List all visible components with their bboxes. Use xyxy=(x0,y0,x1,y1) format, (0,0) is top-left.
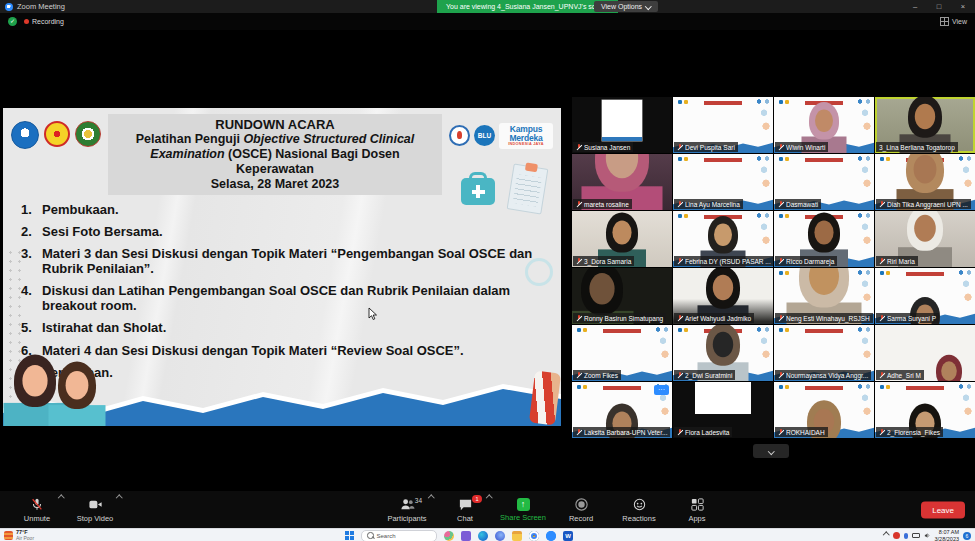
first-aid-kit-icon xyxy=(461,178,495,205)
participant-tile[interactable]: ··· Laksita Barbara-UPN Veter... xyxy=(572,382,672,438)
minimize-button[interactable]: – xyxy=(903,0,927,13)
flower-app-icon[interactable] xyxy=(444,531,454,541)
participant-tile[interactable]: Zoom Fikes xyxy=(572,325,672,381)
participant-tile[interactable]: Arief Wahyudi Jadmiko xyxy=(673,268,773,324)
system-tray: 8:07 AM 3/28/2023 6 xyxy=(884,529,971,541)
taskbar-search[interactable]: Search xyxy=(361,530,437,541)
participant-tile[interactable]: 2_Dwi Suratmini xyxy=(673,325,773,381)
apps-icon xyxy=(690,497,705,512)
participant-name: 3_Dora Samaria xyxy=(584,258,631,265)
participant-gallery: Susiana Jansen Devi Puspita Sari Wiwin W… xyxy=(572,97,975,438)
tray-display-icon[interactable] xyxy=(912,533,920,539)
participant-tile[interactable]: Dasmawati xyxy=(774,154,874,210)
participant-tile[interactable]: Susiana Jansen xyxy=(572,97,672,153)
chevron-up-icon[interactable] xyxy=(116,495,122,501)
taskbar-weather-widget[interactable]: 77°F Air Poor xyxy=(4,529,34,541)
chat-button[interactable]: Chat 1 xyxy=(436,491,494,528)
unmute-button[interactable]: Unmute xyxy=(8,491,66,528)
copilot-icon[interactable] xyxy=(495,531,505,541)
participant-name: Riri Maria xyxy=(887,258,915,265)
participant-video xyxy=(930,355,969,381)
recording-indicator[interactable]: Recording xyxy=(24,18,64,25)
agenda-list: Pembukaan. Sesi Foto Bersama. Materi 3 d… xyxy=(3,202,561,380)
search-label: Search xyxy=(377,533,396,539)
muted-mic-icon xyxy=(30,497,44,512)
participant-tile[interactable]: Devi Puspita Sari xyxy=(673,97,773,153)
participant-tile[interactable]: Riri Maria xyxy=(875,211,975,267)
participant-name: 3_Lina Berliana Togatorop xyxy=(879,144,955,151)
tray-recording-icon[interactable] xyxy=(893,532,900,539)
windows-start-button[interactable] xyxy=(345,531,354,540)
agenda-item: Pembukaan. xyxy=(19,202,533,217)
grid-view-icon xyxy=(940,17,949,26)
participant-tile[interactable]: Sarma Suryani P xyxy=(875,268,975,324)
stop-video-button[interactable]: Stop Video xyxy=(66,491,124,528)
share-screen-button[interactable]: ↑ Share Screen xyxy=(494,491,552,528)
participant-tile[interactable]: Wiwin Winarti xyxy=(774,97,874,153)
search-icon xyxy=(367,532,374,539)
muted-mic-icon xyxy=(879,429,885,436)
participants-button[interactable]: Participants 34 xyxy=(378,491,436,528)
doctor-figure xyxy=(49,361,106,426)
maximize-button[interactable]: □ xyxy=(927,0,951,13)
participant-tile[interactable]: Nourmayansa Vidya Anggr... xyxy=(774,325,874,381)
apps-button[interactable]: Apps xyxy=(668,491,726,528)
purple-app-icon[interactable] xyxy=(461,531,471,541)
slide-title: RUNDOWN ACARA xyxy=(114,117,436,132)
taskbar-clock[interactable]: 8:07 AM 3/28/2023 xyxy=(935,529,959,541)
apps-label: Apps xyxy=(688,514,705,523)
muted-mic-icon xyxy=(576,429,582,436)
faculty-logo-icon xyxy=(75,121,101,147)
muted-mic-icon xyxy=(778,258,784,265)
participant-tile[interactable]: Ronny Basirun Simatupang xyxy=(572,268,672,324)
gallery-scroll-down-button[interactable] xyxy=(753,444,789,458)
tray-expand-icon[interactable] xyxy=(883,532,889,538)
participant-tile[interactable]: 3_Dora Samaria xyxy=(572,211,672,267)
participant-tile[interactable]: ROKHAIDAH xyxy=(774,382,874,438)
participant-tile[interactable]: Adhe_Sri M xyxy=(875,325,975,381)
org-logo-icon xyxy=(449,125,470,146)
participant-name: Dasmawati xyxy=(786,201,818,208)
file-explorer-icon[interactable] xyxy=(512,531,522,541)
title-bar: Zoom Meeting You are viewing 4_Susiana J… xyxy=(0,0,975,13)
muted-mic-icon xyxy=(879,201,885,208)
participant-tile[interactable]: Diah Tika Anggraeni UPN ... xyxy=(875,154,975,210)
chevron-up-icon[interactable] xyxy=(486,495,492,501)
participant-name: Adhe_Sri M xyxy=(887,372,921,379)
reactions-button[interactable]: Reactions xyxy=(610,491,668,528)
close-button[interactable]: × xyxy=(951,0,975,13)
participant-tile[interactable]: Febrina DY (RSUD PASAR ... xyxy=(673,211,773,267)
muted-mic-icon xyxy=(576,315,582,322)
chevron-up-icon[interactable] xyxy=(428,495,434,501)
muted-mic-icon xyxy=(677,315,683,322)
subtitle-post: (OSCE) Nasional Bagi Dosen Keperawatan xyxy=(225,147,400,176)
edge-icon[interactable] xyxy=(478,531,488,541)
tray-mic-icon[interactable] xyxy=(904,533,908,539)
zoom-taskbar-icon[interactable] xyxy=(546,531,556,541)
participant-tile[interactable]: Lina Ayu Marcelina xyxy=(673,154,773,210)
participant-tile[interactable]: 2_Florensia_Fikes xyxy=(875,382,975,438)
chevron-down-icon xyxy=(645,3,651,9)
participant-tile[interactable]: Ricco Darmareja xyxy=(774,211,874,267)
notification-badge[interactable]: 6 xyxy=(963,532,971,540)
zoom-meeting-window: Zoom Meeting You are viewing 4_Susiana J… xyxy=(0,0,975,541)
view-button[interactable]: View xyxy=(940,13,967,30)
participant-tile-active-speaker[interactable]: 3_Lina Berliana Togatorop xyxy=(875,97,975,153)
chevron-up-icon[interactable] xyxy=(58,495,64,501)
agenda-item: Diskusi dan Latihan Pengembangan Soal OS… xyxy=(19,283,533,313)
meeting-status-bar: ✓ Recording View xyxy=(0,13,975,30)
view-options-button[interactable]: View Options xyxy=(594,1,658,12)
participant-name: Laksita Barbara-UPN Veter... xyxy=(584,429,667,436)
view-options-label: View Options xyxy=(601,3,642,10)
participant-tile[interactable]: Fiora Ladesvita xyxy=(673,382,773,438)
participant-tile[interactable]: Neng Esti Winahayu_RSJSH xyxy=(774,268,874,324)
leave-button[interactable]: Leave xyxy=(921,501,965,518)
chrome-icon[interactable] xyxy=(529,531,539,541)
tile-more-menu[interactable]: ··· xyxy=(654,385,669,395)
participant-tile[interactable]: mareta rosaline xyxy=(572,154,672,210)
speaker-icon[interactable] xyxy=(924,532,931,539)
unmute-label: Unmute xyxy=(24,514,50,523)
participant-name: 2_Dwi Suratmini xyxy=(685,372,732,379)
record-button[interactable]: Record xyxy=(552,491,610,528)
word-icon[interactable]: W xyxy=(563,531,573,541)
